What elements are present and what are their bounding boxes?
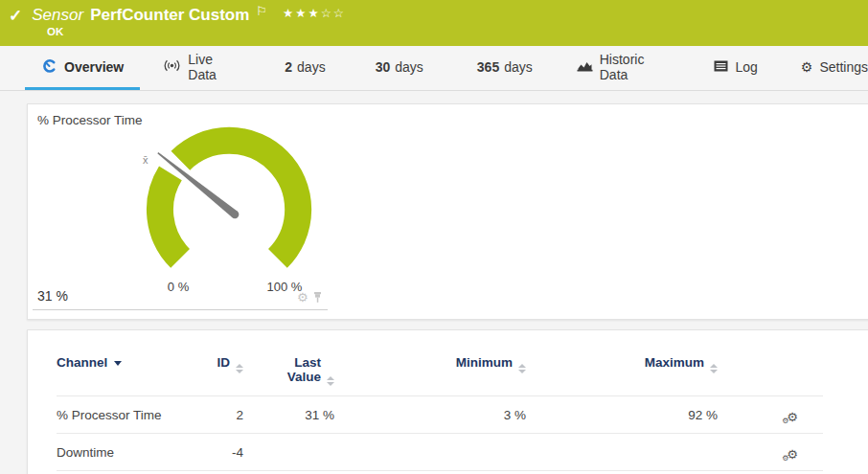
priority-stars[interactable]: ★★★☆☆ — [283, 6, 346, 20]
tab-live-data-label: Live Data — [188, 52, 235, 82]
gauge-panel: % Processor Time x̄ 0 % 100 % 31 % ⚙ — [27, 103, 868, 320]
channel-tools-cell: ⚙⚙ — [718, 396, 823, 434]
channel-name-cell: Downtime — [57, 434, 200, 471]
column-header-channel[interactable]: Channel — [57, 355, 200, 396]
tab-historic-data[interactable]: Historic Data — [577, 46, 665, 90]
table-row-processor-time: % Processor Time 2 31 % 3 % 92 % ⚙⚙ — [57, 396, 823, 434]
sensor-name: PerfCounter Custom — [90, 6, 249, 25]
area-chart-icon — [577, 59, 593, 75]
gauge-channel-title: % Processor Time — [37, 113, 143, 127]
channel-last-value-cell: 31 % — [243, 396, 334, 434]
channel-minimum-cell — [334, 434, 526, 471]
channel-settings-gears-icon[interactable]: ⚙⚙ — [782, 447, 798, 462]
tab-30-days[interactable]: 30 days — [376, 46, 423, 90]
channel-table-header-row: Channel ID Last Value Minimum Maximum — [57, 355, 823, 396]
tab-live-data[interactable]: Live Data — [163, 46, 235, 90]
sort-icon — [327, 376, 334, 386]
column-header-channel-label: Channel — [57, 355, 107, 370]
tab-365-days[interactable]: 365 days — [477, 46, 533, 90]
column-header-maximum[interactable]: Maximum — [526, 355, 718, 396]
sort-icon — [518, 364, 526, 373]
sort-icon — [710, 364, 718, 373]
tab-overview[interactable]: Overview — [25, 46, 140, 90]
broadcast-icon — [163, 59, 181, 75]
column-header-last-value-label: Last Value — [279, 355, 321, 384]
gauge-average-marker: x̄ — [143, 154, 148, 166]
channel-maximum-cell — [526, 434, 718, 471]
column-header-last-value[interactable]: Last Value — [243, 355, 334, 396]
pin-icon[interactable] — [312, 291, 323, 304]
object-type-label: Sensor — [32, 6, 83, 25]
channel-minimum-cell: 3 % — [334, 396, 526, 434]
sort-icon — [236, 364, 243, 373]
column-header-id[interactable]: ID — [200, 355, 243, 396]
channel-name-cell: % Processor Time — [57, 396, 200, 434]
tab-settings-label: Settings — [819, 59, 868, 75]
tab-2-days-number: 2 — [285, 59, 292, 75]
sensor-status-bar: ✓ Sensor PerfCounter Custom ⚐ ★★★☆☆ OK — [0, 0, 868, 46]
tab-30-days-unit: days — [395, 59, 423, 75]
channel-settings-gears-icon[interactable]: ⚙⚙ — [782, 410, 798, 424]
log-icon — [714, 59, 728, 75]
tab-bar: Overview Live Data 2 days 30 days 365 da… — [0, 46, 868, 91]
channel-table: Channel ID Last Value Minimum Maximum — [57, 355, 823, 471]
tab-365-days-number: 365 — [477, 59, 499, 75]
channel-table-panel: Channel ID Last Value Minimum Maximum — [27, 329, 868, 474]
gauge-icon — [41, 57, 57, 77]
tab-log[interactable]: Log — [714, 46, 757, 90]
tab-30-days-number: 30 — [376, 59, 391, 75]
column-header-minimum-label: Minimum — [456, 355, 513, 370]
tab-365-days-unit: days — [504, 59, 533, 75]
chevron-down-icon — [114, 361, 122, 366]
column-header-id-label: ID — [217, 355, 231, 370]
gauge-current-value: 31 % — [37, 288, 68, 304]
channel-last-value-cell — [243, 434, 334, 471]
status-ok-check-icon: ✓ — [9, 8, 22, 24]
channel-maximum-cell: 92 % — [526, 396, 718, 434]
tab-overview-label: Overview — [64, 59, 124, 75]
channel-id-cell: -4 — [200, 434, 243, 471]
tab-2-days[interactable]: 2 days — [285, 46, 325, 90]
flag-icon[interactable]: ⚐ — [256, 4, 267, 18]
gear-icon: ⚙ — [801, 60, 813, 74]
column-header-tools — [718, 355, 823, 396]
channel-id-cell: 2 — [200, 396, 243, 434]
tab-historic-data-label: Historic Data — [600, 52, 665, 82]
processor-time-gauge: x̄ — [137, 118, 321, 302]
channel-tools-cell: ⚙⚙ — [718, 434, 823, 471]
column-header-minimum[interactable]: Minimum — [334, 355, 526, 396]
tab-settings[interactable]: ⚙ Settings — [801, 46, 868, 90]
gauge-settings-gear-icon[interactable]: ⚙ — [297, 291, 308, 304]
gauge-scale-min-label: 0 % — [154, 280, 202, 294]
gauge-tools: ⚙ — [297, 291, 323, 304]
column-header-maximum-label: Maximum — [645, 355, 704, 370]
sensor-status-text: OK — [47, 26, 868, 37]
tab-log-label: Log — [735, 59, 757, 75]
gauge-cell-divider — [33, 309, 328, 310]
tab-2-days-unit: days — [297, 59, 326, 75]
table-row-downtime: Downtime -4 ⚙⚙ — [57, 434, 823, 471]
